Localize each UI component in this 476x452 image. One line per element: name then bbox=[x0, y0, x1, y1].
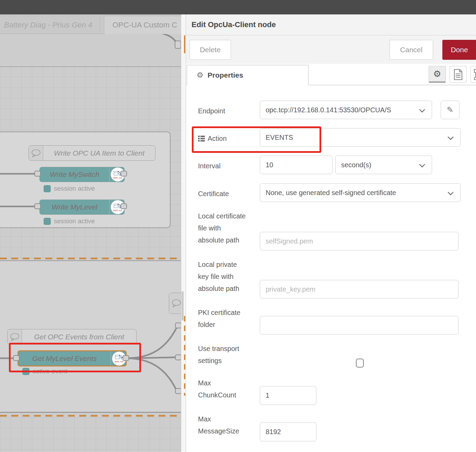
group-selection-dash-bottom bbox=[0, 415, 181, 417]
node-status: session active bbox=[44, 217, 95, 225]
chevron-down-icon bbox=[419, 107, 425, 113]
scrollbar-thumb[interactable] bbox=[182, 291, 184, 320]
comment-node-get-events[interactable]: Get OPC Events from Client bbox=[7, 329, 137, 344]
local-certificate-input[interactable]: selfSigned.pem bbox=[260, 232, 458, 250]
comment-bubble-icon bbox=[169, 293, 181, 314]
transport-label: Use transport settings bbox=[198, 343, 239, 367]
endpoint-select[interactable]: opc.tcp://192.168.0.141:53530/OPCUA/S bbox=[260, 101, 432, 119]
annotation-box-node bbox=[9, 343, 141, 372]
chevron-down-icon bbox=[448, 134, 454, 140]
max-message-input[interactable]: 8192 bbox=[260, 422, 316, 441]
local-certificate-label: Local certificate file with absolute pat… bbox=[198, 210, 246, 246]
tab-battery-diag[interactable]: Battery Diag - Prius Gen 4 bbox=[0, 16, 100, 34]
group-selection-dash-top bbox=[0, 258, 181, 259]
node-port[interactable] bbox=[175, 388, 181, 394]
status-dot-icon bbox=[44, 185, 51, 192]
private-key-input[interactable]: private_key.pem bbox=[260, 280, 458, 298]
max-chunk-label: Max ChunkCount bbox=[198, 377, 236, 401]
pencil-icon: ✎ bbox=[446, 105, 453, 115]
delete-button[interactable]: Delete bbox=[189, 40, 231, 60]
tab-label: Battery Diag - Prius Gen 4 bbox=[4, 21, 92, 30]
tab-properties[interactable]: ⚙ Properties bbox=[187, 65, 309, 86]
node-write-myswitch[interactable]: Write MySwitch OPC UA bbox=[39, 167, 125, 182]
document-icon bbox=[454, 69, 463, 80]
annotation-box-action bbox=[192, 126, 321, 153]
tab-opcua-custom[interactable]: OPC-UA Custom C bbox=[104, 16, 186, 34]
chevron-down-icon bbox=[419, 162, 425, 168]
certificate-select[interactable]: None, use generated self-signed certific… bbox=[260, 183, 461, 202]
endpoint-label: Endpoint bbox=[198, 105, 225, 117]
comment-node-write[interactable]: Write OPC UA Item to Client bbox=[28, 145, 155, 161]
node-port[interactable] bbox=[34, 203, 41, 209]
canvas-upper-region bbox=[0, 34, 181, 67]
node-label: Write MyLevel bbox=[40, 203, 109, 211]
comment-bubble-icon bbox=[29, 146, 43, 160]
workspace-tab-bar: Battery Diag - Prius Gen 4 OPC-UA Custom… bbox=[0, 14, 186, 34]
tray-tab-bar: ⚙ Properties ⚙ bbox=[186, 64, 476, 85]
gear-icon: ⚙ bbox=[433, 69, 441, 79]
node-port[interactable] bbox=[120, 203, 127, 209]
max-message-label: Max MessageSize bbox=[198, 413, 239, 437]
chevron-down-icon bbox=[448, 190, 454, 195]
transport-checkbox[interactable] bbox=[356, 359, 364, 368]
node-port[interactable] bbox=[120, 171, 127, 177]
cancel-button[interactable]: Cancel bbox=[390, 40, 433, 60]
comment-label: Write OPC UA Item to Client bbox=[43, 146, 155, 160]
max-chunk-input[interactable]: 1 bbox=[260, 386, 316, 405]
interval-input[interactable]: 10 bbox=[260, 156, 333, 174]
certificate-label: Certificate bbox=[198, 188, 229, 200]
tray-title: Edit OpcUa-Client node bbox=[191, 20, 276, 29]
pki-folder-label: PKI certificate folder bbox=[198, 307, 240, 331]
node-port[interactable] bbox=[175, 323, 181, 328]
interval-label: Interval bbox=[198, 160, 221, 172]
gear-icon: ⚙ bbox=[197, 71, 204, 80]
status-dot-icon bbox=[44, 218, 51, 225]
properties-icon-button[interactable]: ⚙ bbox=[429, 66, 446, 83]
group-selection-dash-right bbox=[184, 316, 185, 396]
node-label: Write MySwitch bbox=[40, 170, 109, 179]
pki-folder-input[interactable] bbox=[260, 316, 458, 335]
edit-tray: Edit OpcUa-Client node Delete Cancel Don… bbox=[186, 14, 476, 452]
tray-toolbar: Delete Cancel Done bbox=[186, 35, 476, 64]
interval-unit-select[interactable]: second(s) bbox=[335, 156, 432, 174]
app-header-bar bbox=[0, 0, 476, 14]
node-port[interactable] bbox=[175, 354, 181, 360]
private-key-label: Local private key file with absolute pat… bbox=[198, 259, 239, 295]
appearance-icon bbox=[474, 69, 476, 80]
comment-bubble-icon bbox=[8, 329, 22, 344]
comment-label: Get OPC Events from Client bbox=[22, 329, 136, 344]
hidden-selection-edge bbox=[184, 35, 185, 53]
appearance-icon-button[interactable] bbox=[471, 66, 476, 83]
node-port[interactable] bbox=[34, 171, 41, 177]
edit-endpoint-button[interactable]: ✎ bbox=[441, 101, 460, 119]
node-port[interactable] bbox=[175, 41, 181, 49]
description-icon-button[interactable] bbox=[450, 66, 467, 83]
flow-canvas[interactable]: Write OPC UA Item to Client Write MySwit… bbox=[0, 34, 181, 452]
tab-label: OPC-UA Custom C bbox=[113, 21, 177, 30]
node-red-app: Battery Diag - Prius Gen 4 OPC-UA Custom… bbox=[0, 0, 476, 452]
comment-node-clipped[interactable] bbox=[169, 293, 181, 314]
done-button[interactable]: Done bbox=[442, 40, 476, 60]
node-status: session active bbox=[44, 185, 95, 192]
tray-header: Edit OpcUa-Client node bbox=[186, 14, 476, 35]
node-write-mylevel[interactable]: Write MyLevel OPC UA bbox=[39, 200, 125, 215]
